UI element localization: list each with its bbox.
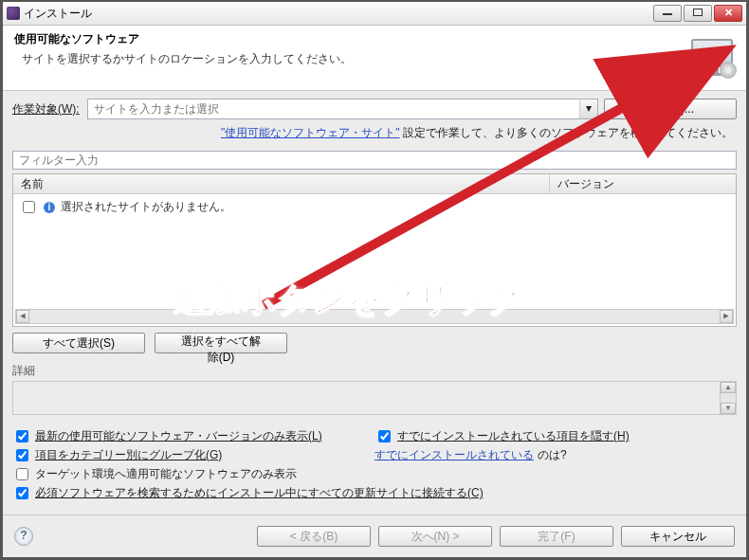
cancel-button[interactable]: キャンセル: [621, 526, 735, 547]
worksite-input[interactable]: [88, 99, 579, 118]
finish-button[interactable]: 完了(F): [500, 526, 613, 547]
col-name[interactable]: 名前: [13, 174, 550, 193]
opt-hide-installed-label: すでにインストールされている項目を隠す(H): [397, 428, 630, 444]
install-dialog: インストール ✕ 使用可能なソフトウェア サイトを選択するかサイトのロケーション…: [2, 1, 747, 558]
maximize-button[interactable]: [684, 5, 712, 22]
horizontal-scrollbar[interactable]: ◄ ►: [15, 309, 734, 324]
detail-label: 詳細: [12, 363, 737, 379]
page-subheading: サイトを選択するかサイトのロケーションを入力してください。: [22, 51, 352, 67]
options: 最新の使用可能なソフトウェア・バージョンのみ表示(L) すでにインストールされて…: [12, 426, 737, 502]
header-panel: 使用可能なソフトウェア サイトを選択するかサイトのロケーションを入力してください…: [3, 26, 746, 91]
opt-target-env-label: ターゲット環境へ適用可能なソフトウェアのみ表示: [35, 466, 297, 482]
opt-required-sites[interactable]: 必須ソフトウェアを検索するためにインストール中にすべての更新サイトに接続する(C…: [12, 483, 737, 502]
back-button[interactable]: < 戻る(B): [257, 526, 371, 547]
opt-latest-only-checkbox[interactable]: [16, 430, 28, 443]
next-button[interactable]: 次へ(N) >: [378, 526, 492, 547]
already-installed-link[interactable]: すでにインストールされている: [374, 447, 534, 463]
minimize-button[interactable]: [653, 5, 682, 22]
help-icon[interactable]: ?: [14, 527, 33, 546]
opt-required-sites-label: 必須ソフトウェアを検索するためにインストール中にすべての更新サイトに接続する(C…: [35, 485, 484, 501]
opt-target-env[interactable]: ターゲット環境へ適用可能なソフトウェアのみ表示: [12, 464, 737, 483]
available-sites-link[interactable]: "使用可能なソフトウェア・サイト": [221, 126, 400, 139]
table-empty-row: i 選択されたサイトがありません。: [13, 194, 736, 220]
opt-group-category-checkbox[interactable]: [16, 449, 28, 461]
page-heading: 使用可能なソフトウェア: [14, 31, 352, 47]
footer: ? < 戻る(B) 次へ(N) > 完了(F) キャンセル: [3, 515, 746, 557]
scroll-down-icon[interactable]: ▼: [721, 403, 736, 414]
opt-required-sites-checkbox[interactable]: [16, 487, 28, 499]
detail-box: ▲ ▼: [12, 381, 737, 415]
select-all-button[interactable]: すべて選択(S): [12, 333, 145, 353]
row-checkbox[interactable]: [23, 201, 35, 213]
selection-buttons: すべて選択(S) 選択をすべて解除(D): [12, 333, 737, 353]
col-version[interactable]: バージョン: [550, 174, 736, 193]
worksite-combo[interactable]: ▾: [87, 99, 598, 119]
opt-latest-only-label: 最新の使用可能なソフトウェア・バージョンのみ表示(L): [35, 428, 322, 444]
opt-group-category-label: 項目をカテゴリー別にグループ化(G): [35, 447, 222, 463]
titlebar: インストール ✕: [3, 2, 746, 26]
worksite-row: 作業対象(W): ▾ 追加(A)...: [12, 99, 737, 119]
deselect-all-button[interactable]: 選択をすべて解除(D): [155, 333, 287, 353]
app-icon: [7, 7, 20, 20]
opt-latest-only[interactable]: 最新の使用可能なソフトウェア・バージョンのみ表示(L): [12, 426, 374, 445]
window-title: インストール: [24, 6, 653, 22]
scroll-right-icon[interactable]: ►: [720, 310, 733, 323]
opt-target-env-checkbox[interactable]: [16, 468, 28, 480]
dialog-body: 作業対象(W): ▾ 追加(A)... "使用可能なソフトウェア・サイト" 設定…: [3, 91, 746, 502]
info-icon: i: [44, 202, 55, 213]
close-button[interactable]: ✕: [714, 5, 742, 22]
window-buttons: ✕: [653, 5, 742, 22]
opt-hide-installed-checkbox[interactable]: [378, 430, 391, 443]
filter-input[interactable]: [12, 151, 737, 170]
sites-hint: "使用可能なソフトウェア・サイト" 設定で作業して、より多くのソフトウェアを検索…: [12, 125, 737, 141]
worksite-label: 作業対象(W):: [12, 101, 80, 117]
empty-message: 選択されたサイトがありません。: [61, 199, 231, 215]
add-site-button[interactable]: 追加(A)...: [604, 99, 737, 119]
opt-group-category[interactable]: 項目をカテゴリー別にグループ化(G): [12, 445, 374, 464]
sites-hint-suffix: 設定で作業して、より多くのソフトウェアを検索してください。: [400, 126, 733, 139]
scroll-left-icon[interactable]: ◄: [16, 310, 29, 323]
chevron-down-icon[interactable]: ▾: [579, 99, 597, 118]
table-header: 名前 バージョン: [13, 174, 736, 194]
scroll-up-icon[interactable]: ▲: [721, 382, 736, 393]
already-installed-hint: すでにインストールされている のは?: [374, 445, 737, 464]
vertical-scrollbar[interactable]: ▲ ▼: [720, 382, 737, 414]
software-table: 名前 バージョン i 選択されたサイトがありません。 ◄ ►: [12, 173, 737, 327]
opt-hide-installed[interactable]: すでにインストールされている項目を隠す(H): [374, 426, 737, 445]
install-icon: [691, 39, 735, 77]
